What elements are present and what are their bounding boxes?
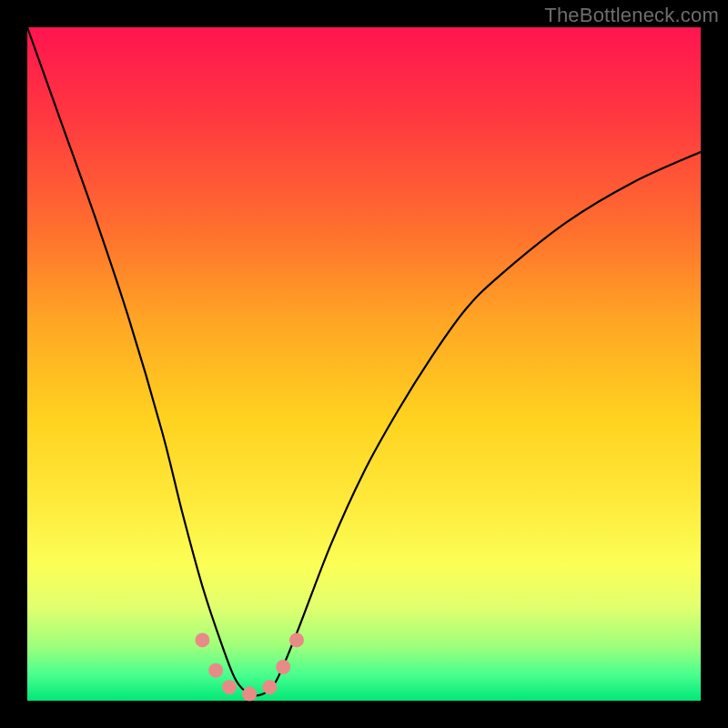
chart-frame: TheBottleneck.com <box>0 0 728 728</box>
marker-group <box>195 632 304 701</box>
bottleneck-curve <box>27 27 701 695</box>
plot-area <box>27 27 701 701</box>
curve-marker <box>195 632 209 647</box>
curve-marker <box>208 663 223 678</box>
curve-marker <box>222 680 237 694</box>
curve-marker <box>242 687 257 702</box>
watermark-text: TheBottleneck.com <box>544 4 719 27</box>
curve-marker <box>289 632 304 647</box>
curve-marker <box>276 660 290 674</box>
bottleneck-curve-svg <box>27 27 701 701</box>
curve-marker <box>262 680 277 694</box>
